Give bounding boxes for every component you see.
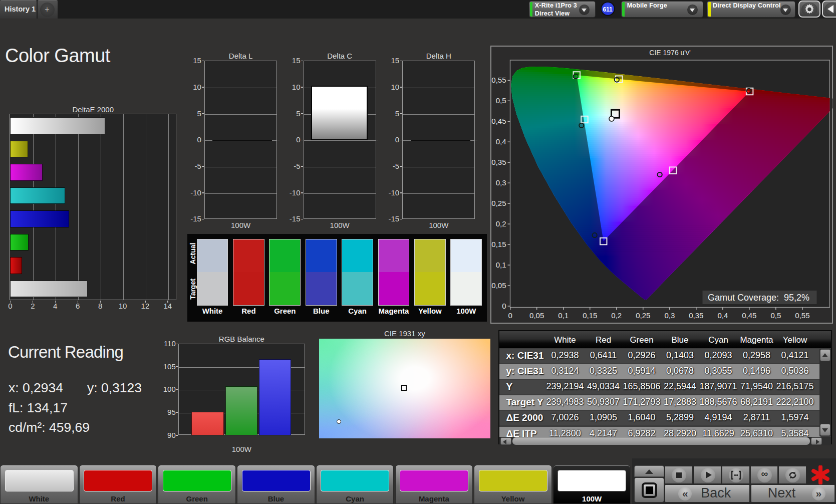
svg-text:0,1: 0,1 <box>558 311 569 320</box>
svg-text:0,25: 0,25 <box>491 199 506 207</box>
svg-text:0,4: 0,4 <box>496 137 506 146</box>
svg-text:0,05: 0,05 <box>491 281 506 290</box>
svg-text:0,45: 0,45 <box>491 117 506 125</box>
svg-text:0: 0 <box>502 302 506 310</box>
svg-text:0,3: 0,3 <box>496 178 506 187</box>
svg-text:0,25: 0,25 <box>636 311 650 320</box>
svg-text:0,45: 0,45 <box>742 311 756 320</box>
svg-text:0,2: 0,2 <box>496 219 506 228</box>
svg-text:0,15: 0,15 <box>491 240 506 248</box>
svg-text:0,5: 0,5 <box>770 311 781 320</box>
svg-text:0,15: 0,15 <box>583 311 597 320</box>
svg-text:0,1: 0,1 <box>496 261 506 269</box>
svg-text:Gamut Coverage: 95,2%: Gamut Coverage: 95,2% <box>708 293 809 303</box>
svg-text:0,05: 0,05 <box>529 311 544 320</box>
svg-text:0,5: 0,5 <box>496 96 506 105</box>
svg-text:0,35: 0,35 <box>491 158 506 166</box>
svg-text:0,4: 0,4 <box>717 311 728 320</box>
svg-text:0,35: 0,35 <box>689 311 703 320</box>
svg-text:0: 0 <box>508 311 512 320</box>
svg-text:0,3: 0,3 <box>664 311 675 320</box>
svg-text:0,55: 0,55 <box>491 76 506 84</box>
svg-text:0,2: 0,2 <box>611 311 622 320</box>
svg-text:CIE 1976 u'v': CIE 1976 u'v' <box>649 49 690 57</box>
svg-text:0,55: 0,55 <box>795 311 809 320</box>
